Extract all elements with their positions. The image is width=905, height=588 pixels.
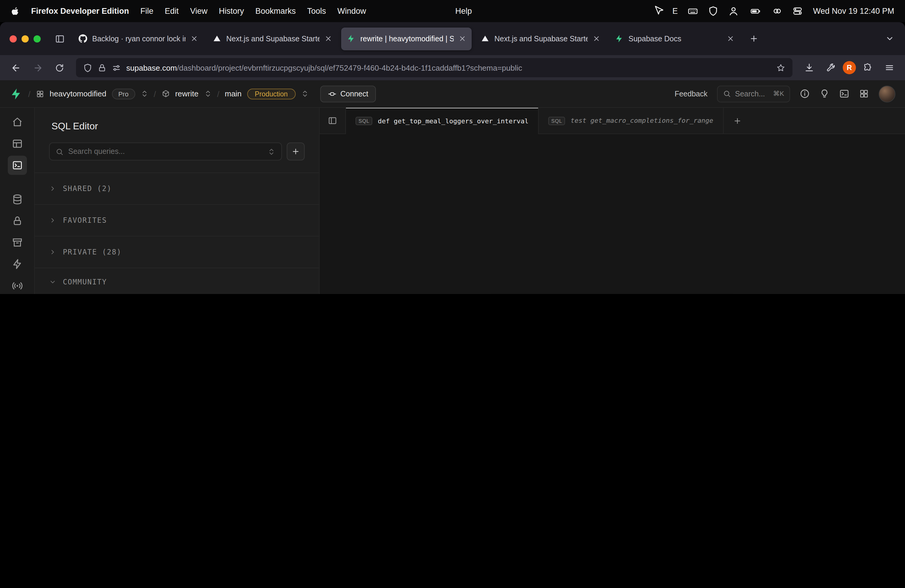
control-center-icon[interactable] — [793, 6, 803, 16]
close-tab-icon[interactable] — [727, 35, 734, 43]
menubar-clock[interactable]: Wed Nov 19 12:40 PM — [813, 6, 894, 16]
section-private[interactable]: PRIVATE (28) — [35, 236, 319, 268]
wrench-icon — [826, 63, 835, 72]
breadcrumb-branch[interactable]: main — [225, 89, 241, 98]
menu-window[interactable]: Window — [337, 6, 366, 16]
expand-collapse-all-icon[interactable] — [268, 148, 275, 156]
lock-icon[interactable] — [98, 63, 106, 72]
query-sections: SHARED (2) FAVORITES PRIVATE (28) C — [35, 172, 319, 294]
extensions-button[interactable] — [858, 59, 878, 77]
search-queries-input[interactable] — [68, 147, 263, 156]
chevron-right-icon — [49, 248, 56, 256]
branch-switcher-icon[interactable] — [301, 90, 308, 98]
tracking-protection-shield-icon[interactable] — [83, 63, 92, 72]
org-switcher-icon[interactable] — [140, 90, 148, 98]
bookmark-star-icon[interactable] — [776, 63, 785, 72]
rail-table-editor[interactable] — [8, 134, 27, 153]
new-query-button[interactable] — [287, 143, 305, 161]
permissions-icon[interactable] — [112, 63, 121, 72]
handoff-icon[interactable] — [772, 6, 783, 16]
editor-tab-label: test get_macro_completions_for_range — [571, 117, 713, 124]
global-search[interactable]: Search... ⌘K — [717, 85, 790, 102]
firefox-view-button[interactable] — [50, 34, 70, 43]
help-icon[interactable] — [800, 89, 810, 99]
menu-history[interactable]: History — [219, 6, 244, 16]
battery-icon[interactable] — [749, 6, 762, 16]
rail-storage[interactable] — [8, 233, 27, 252]
downloads-button[interactable] — [800, 59, 819, 77]
auth-lock-icon — [12, 216, 22, 226]
close-tab-icon[interactable] — [324, 35, 332, 43]
rail-realtime[interactable] — [8, 276, 27, 294]
command-palette-icon[interactable] — [859, 89, 869, 99]
breadcrumb-org[interactable]: heavytomodified — [50, 89, 106, 98]
close-window-button[interactable] — [10, 35, 17, 42]
rail-home[interactable] — [8, 113, 27, 132]
vercel-icon — [481, 34, 490, 43]
section-community[interactable]: COMMUNITY — [35, 268, 319, 294]
avatar[interactable] — [879, 85, 895, 102]
devtools-button[interactable] — [821, 59, 840, 77]
app-menu-button[interactable] — [880, 59, 899, 77]
minimize-window-button[interactable] — [22, 35, 29, 42]
editor-tab-get-top-meal-loggers[interactable]: SQL def get_top_meal_loggers_over_interv… — [346, 108, 539, 134]
menu-file[interactable]: File — [140, 6, 154, 16]
notifications-lightbulb-icon[interactable] — [819, 89, 830, 99]
connect-icon — [328, 89, 336, 98]
input-source-status[interactable]: E — [672, 6, 678, 16]
profile-badge[interactable]: R — [843, 61, 856, 74]
section-favorites[interactable]: FAVORITES — [35, 204, 319, 236]
menu-bookmarks[interactable]: Bookmarks — [255, 6, 296, 16]
rail-edge-functions[interactable] — [8, 254, 27, 273]
editor-tab-get-macro-completions[interactable]: SQL test get_macro_completions_for_range — [539, 108, 723, 133]
browser-tab-nextjs-1[interactable]: Next.js and Supabase Starter Ki — [207, 27, 338, 50]
tab-title: rewrite | heavytomodified | Supa — [360, 35, 454, 43]
url-bar[interactable]: supabase.com/dashboard/project/evbrnftir… — [76, 58, 792, 77]
reload-button[interactable] — [50, 59, 69, 77]
breadcrumb-project[interactable]: rewrite — [175, 89, 198, 98]
collapse-queries-panel-button[interactable] — [320, 108, 346, 133]
browser-tab-rewrite-active[interactable]: rewrite | heavytomodified | Supa — [341, 27, 472, 50]
tab-title: Backlog · ryan connor lock in — [92, 35, 186, 43]
search-placeholder: Search... — [735, 89, 765, 98]
rail-sql-editor[interactable] — [8, 156, 27, 175]
rail-database[interactable] — [8, 190, 27, 209]
new-editor-tab-button[interactable] — [723, 108, 751, 133]
list-all-tabs-button[interactable] — [880, 34, 899, 43]
feedback-button[interactable]: Feedback — [675, 89, 708, 98]
editor-tabbar: SQL def get_top_meal_loggers_over_interv… — [320, 108, 905, 134]
menu-help[interactable]: Help — [455, 6, 472, 16]
supabase-logo[interactable] — [10, 87, 23, 100]
menu-tools[interactable]: Tools — [307, 6, 326, 16]
browser-tab-supabase-docs[interactable]: Supabase Docs — [609, 27, 740, 50]
close-tab-icon[interactable] — [459, 35, 466, 43]
sql-editor-icon — [12, 160, 22, 171]
close-tab-icon[interactable] — [592, 35, 600, 43]
terminal-icon[interactable] — [839, 89, 849, 99]
connect-button[interactable]: Connect — [320, 85, 376, 102]
search-queries-field[interactable] — [49, 143, 282, 161]
editor-tab-label: def get_top_meal_loggers_over_interval — [378, 117, 529, 125]
menu-view[interactable]: View — [190, 6, 207, 16]
rail-authentication[interactable] — [8, 211, 27, 230]
zoom-window-button[interactable] — [33, 35, 41, 42]
keyboard-icon[interactable] — [688, 6, 698, 16]
close-tab-icon[interactable] — [191, 35, 198, 43]
section-shared[interactable]: SHARED (2) — [35, 172, 319, 204]
user-icon[interactable] — [729, 6, 739, 16]
browser-tab-nextjs-2[interactable]: Next.js and Supabase Starter Ki — [475, 27, 606, 50]
edge-functions-icon — [12, 259, 22, 269]
forward-button[interactable] — [28, 59, 48, 77]
mouse-cursor — [654, 5, 664, 17]
menubar-app-name[interactable]: Firefox Developer Edition — [31, 6, 129, 16]
shield-icon[interactable] — [708, 6, 719, 16]
back-button[interactable] — [6, 59, 26, 77]
project-switcher-icon[interactable] — [204, 90, 211, 98]
app-header: / heavytomodified Pro / rewrite / main P… — [0, 80, 905, 108]
menu-edit[interactable]: Edit — [165, 6, 179, 16]
connect-label: Connect — [340, 89, 368, 98]
hamburger-menu-icon — [884, 63, 894, 72]
new-tab-button[interactable] — [743, 34, 764, 43]
apple-menu-icon[interactable] — [11, 6, 20, 16]
browser-tab-backlog[interactable]: Backlog · ryan connor lock in — [73, 27, 203, 50]
